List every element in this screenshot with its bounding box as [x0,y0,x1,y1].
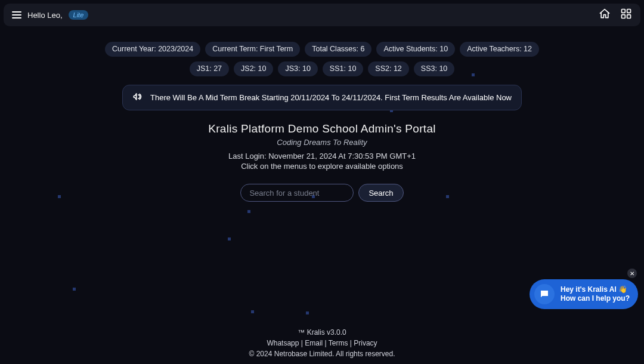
class-pill-row: JS1: 27 JS2: 10 JS3: 10 SS1: 10 SS2: 12 … [190,61,455,76]
last-login-text: Last Login: November 21, 2024 At 7:30:53… [228,152,416,161]
home-icon[interactable] [599,8,611,22]
particle [73,288,76,291]
portal-title: Kralis Platform Demo School Admin's Port… [208,122,436,135]
megaphone-icon [132,91,143,104]
svg-rect-1 [627,10,631,13]
svg-rect-2 [622,15,626,18]
chat-text: Hey it's Kralis AI 👋 How can I help you? [561,285,630,303]
stat-pill: Active Teachers: 12 [460,42,539,57]
footer-link-terms[interactable]: Terms [329,339,348,347]
top-bar-left: Hello Leo, Lite [12,10,88,20]
stats-pill-row: Current Year: 2023/2024 Current Term: Fi… [105,42,539,57]
chat-icon [534,284,555,304]
svg-rect-0 [622,10,626,13]
chat-line2: How can I help you? [561,294,630,303]
class-pill: JS2: 10 [234,61,273,76]
hint-text: Click on the menus to explore available … [241,162,403,171]
svg-rect-3 [627,15,631,18]
stat-pill: Current Term: First Term [205,42,300,57]
particle [228,237,231,240]
stat-pill: Current Year: 2023/2024 [105,42,200,57]
footer-links: Whatsapp | Email | Terms | Privacy [0,338,644,348]
announcement-text: There Will Be A Mid Term Break Starting … [150,93,512,102]
chat-line1: Hey it's Kralis AI 👋 [561,285,630,294]
apps-grid-icon[interactable] [620,8,632,22]
top-bar-right [599,8,632,22]
student-search-input[interactable] [240,184,354,202]
footer-sep: | [348,339,354,347]
plan-badge: Lite [69,10,89,20]
chat-widget[interactable]: ✕ Hey it's Kralis AI 👋 How can I help yo… [530,279,638,309]
class-pill: SS1: 10 [323,61,363,76]
stat-pill: Active Students: 10 [376,42,455,57]
portal-tagline: Coding Dreams To Reality [277,138,367,147]
class-pill: JS3: 10 [278,61,317,76]
footer-sep: | [323,339,329,347]
class-pill: JS1: 27 [190,61,229,76]
greeting-text: Hello Leo, [27,11,63,20]
footer-copyright: © 2024 Netrobase Limited. All rights res… [0,348,644,359]
footer-link-email[interactable]: Email [305,339,323,347]
footer: ™ Kralis v3.0.0 Whatsapp | Email | Terms… [0,327,644,359]
class-pill: SS2: 12 [368,61,408,76]
search-button[interactable]: Search [358,184,403,202]
footer-link-whatsapp[interactable]: Whatsapp [267,339,299,347]
close-icon[interactable]: ✕ [627,269,637,278]
search-row: Search [240,184,403,202]
announcement-bar: There Will Be A Mid Term Break Starting … [122,85,522,110]
footer-version: ™ Kralis v3.0.0 [0,327,644,338]
class-pill: SS3: 10 [414,61,454,76]
footer-link-privacy[interactable]: Privacy [354,339,377,347]
particle [251,310,254,313]
particle [247,210,250,213]
footer-sep: | [299,339,305,347]
main-content: Current Year: 2023/2024 Current Term: Fi… [0,30,644,202]
menu-icon[interactable] [12,11,21,18]
stat-pill: Total Classes: 6 [305,42,371,57]
top-bar: Hello Leo, Lite [4,4,640,26]
particle [306,311,309,314]
